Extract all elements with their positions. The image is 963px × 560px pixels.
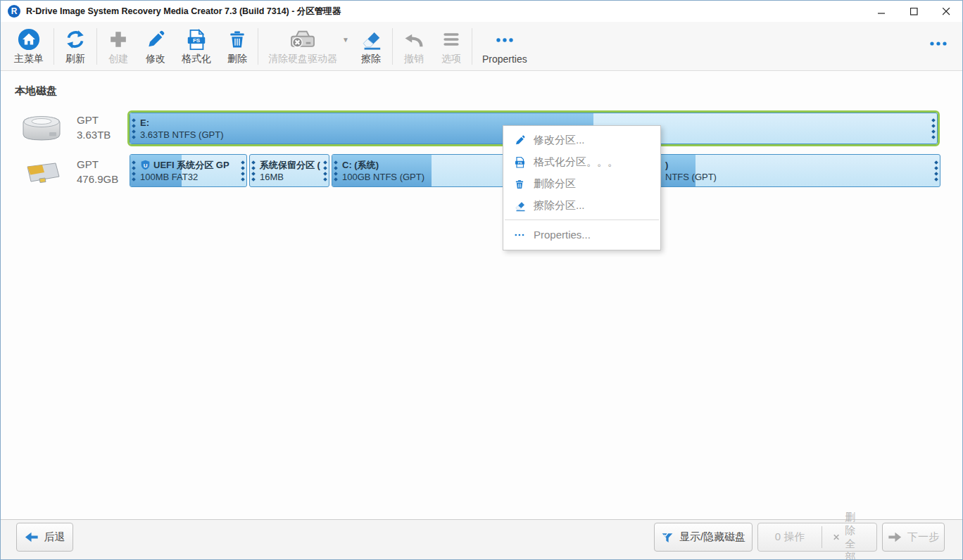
toolbar-separator — [96, 28, 97, 65]
clean-drive-icon — [289, 27, 317, 51]
refresh-icon — [64, 27, 87, 51]
disk1-meta: GPT 3.63TB — [77, 113, 111, 142]
toolbar: 主菜单 刷新 创建 修改 FS 格式化 — [1, 22, 962, 71]
app-window: R R-Drive Image System Recovery Media Cr… — [0, 0, 963, 560]
drag-handle-right[interactable] — [932, 119, 935, 139]
close-icon — [943, 8, 950, 15]
eraser-icon — [513, 200, 526, 212]
toolbar-separator — [392, 28, 393, 65]
clean-drive-dropdown-icon[interactable]: ▼ — [342, 36, 349, 44]
menu-item-properties[interactable]: Properties... — [503, 223, 660, 246]
maximize-button[interactable] — [898, 1, 930, 22]
eraser-icon — [360, 27, 382, 51]
filter-icon — [661, 531, 674, 544]
home-icon — [18, 27, 40, 51]
toolbar-create-button[interactable]: 创建 — [99, 25, 137, 68]
partition-uefi[interactable]: U UEFI 系统分区 GP 100MB FAT32 — [130, 154, 247, 187]
trash-icon — [227, 27, 248, 51]
ssd-disk-icon — [20, 155, 63, 189]
toolbar-separator — [472, 28, 472, 65]
x-icon — [833, 531, 839, 543]
toolbar-modify-button[interactable]: 修改 — [137, 25, 174, 68]
undo-icon — [403, 27, 425, 51]
toolbar-delete-button[interactable]: 删除 — [219, 25, 256, 68]
toolbar-separator — [54, 28, 54, 65]
toolbar-properties-button[interactable]: Properties — [474, 25, 535, 68]
disk1-size: 3.63TB — [77, 127, 111, 142]
partition-context-menu: 修改分区... FS 格式化分区。。。 删除分区 擦除分区... Propert — [503, 125, 661, 250]
toolbar-refresh-button[interactable]: 刷新 — [56, 25, 94, 68]
partition-system-reserved-label: 系统保留分区 ( 16MB — [250, 155, 329, 183]
drag-handle-right[interactable] — [935, 161, 938, 181]
drag-handle-left[interactable] — [132, 161, 135, 181]
menu-item-delete-partition[interactable]: 删除分区 — [503, 173, 660, 195]
disk2-scheme: GPT — [77, 157, 118, 172]
app-logo-icon: R — [8, 5, 20, 18]
minimize-button[interactable] — [865, 1, 898, 22]
toolbar-format-button[interactable]: FS 格式化 — [174, 25, 219, 68]
menu-item-erase-partition[interactable]: 擦除分区... — [503, 195, 660, 217]
ellipsis-icon — [513, 229, 526, 241]
disk-panel: 本地磁盘 GPT 3.63TB E: 3.63TB NTFS (GPT) — [1, 72, 962, 519]
close-button[interactable] — [930, 1, 962, 22]
drag-handle-left[interactable] — [334, 161, 337, 181]
back-button[interactable]: 后退 — [16, 523, 73, 552]
partition-uefi-label: U UEFI 系统分区 GP 100MB FAT32 — [130, 155, 246, 183]
minimize-icon — [878, 8, 886, 15]
plus-icon — [107, 27, 130, 51]
ellipsis-icon — [493, 28, 517, 52]
disk2-meta: GPT 476.9GB — [77, 157, 118, 186]
drag-handle-left[interactable] — [252, 161, 255, 181]
pencil-icon — [145, 27, 166, 51]
disk2-size: 476.9GB — [77, 172, 118, 186]
title-bar: R R-Drive Image System Recovery Media Cr… — [1, 1, 962, 22]
arrow-right-icon — [888, 531, 902, 543]
menu-item-modify-partition[interactable]: 修改分区... — [503, 129, 660, 151]
window-title: R-Drive Image System Recovery Media Crea… — [26, 6, 341, 18]
svg-text:FS: FS — [517, 161, 522, 165]
drag-handle-right[interactable] — [241, 161, 244, 181]
operations-group: 0 操作 删除全部 — [757, 523, 877, 552]
menu-item-format-partition[interactable]: FS 格式化分区。。。 — [503, 151, 660, 173]
bottom-bar: 后退 显示/隐藏磁盘 0 操作 删除全部 下一步 — [1, 519, 962, 560]
svg-text:U: U — [144, 163, 148, 169]
show-hide-disks-button[interactable]: 显示/隐藏磁盘 — [654, 523, 753, 552]
toolbar-main-menu-button[interactable]: 主菜单 — [6, 25, 51, 68]
svg-text:FS: FS — [193, 37, 201, 44]
menu-lines-icon — [441, 27, 462, 51]
next-button[interactable]: 下一步 — [882, 523, 945, 552]
toolbar-erase-button[interactable]: 擦除 — [352, 25, 390, 68]
delete-all-button[interactable]: 删除全部 — [822, 523, 876, 551]
local-disks-heading: 本地磁盘 — [15, 84, 57, 98]
disk1-scheme: GPT — [77, 113, 111, 127]
menu-separator — [505, 219, 659, 220]
drag-handle-right[interactable] — [324, 161, 327, 181]
maximize-icon — [910, 8, 918, 15]
arrow-left-icon — [25, 531, 39, 543]
trash-icon — [513, 178, 526, 191]
ellipsis-icon — [929, 39, 950, 48]
pencil-icon — [513, 134, 526, 147]
toolbar-clean-drive-button[interactable]: 清除硬盘驱动器 — [260, 25, 345, 68]
drag-handle-left[interactable] — [132, 119, 135, 139]
toolbar-options-button[interactable]: 选项 — [433, 25, 470, 68]
partition-system-reserved[interactable]: 系统保留分区 ( 16MB — [249, 154, 329, 187]
fs-document-icon: FS — [185, 27, 208, 51]
hard-disk-icon — [20, 110, 63, 144]
uefi-shield-icon: U — [140, 160, 151, 170]
toolbar-undo-button[interactable]: 撤销 — [395, 25, 433, 68]
toolbar-separator — [258, 28, 258, 65]
toolbar-overflow-button[interactable] — [929, 22, 950, 65]
fs-document-icon: FS — [513, 156, 526, 169]
operations-count: 0 操作 — [758, 523, 822, 551]
